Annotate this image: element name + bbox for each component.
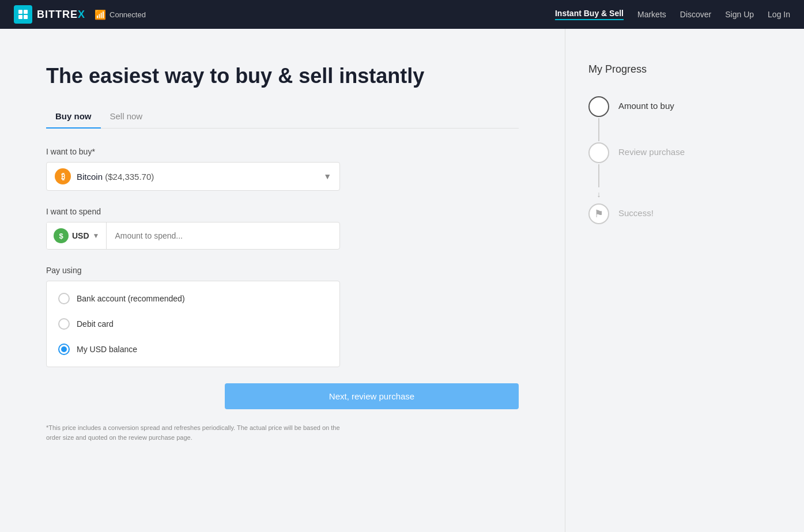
step-3-label: Success! bbox=[618, 203, 654, 218]
radio-debit bbox=[58, 318, 70, 330]
tab-buy-now[interactable]: Buy now bbox=[46, 107, 101, 128]
payment-options-box: Bank account (recommended) Debit card My… bbox=[46, 281, 340, 367]
spend-section: I want to spend $ USD ▼ bbox=[46, 207, 519, 250]
currency-selector[interactable]: $ USD ▼ bbox=[47, 222, 107, 249]
progress-step-success: ⚑ Success! bbox=[588, 203, 715, 224]
payment-option-usd[interactable]: My USD balance bbox=[47, 337, 339, 362]
step-1-circle bbox=[588, 96, 609, 117]
radio-usd-inner bbox=[61, 346, 67, 352]
step-2-indicator: ↓ bbox=[588, 142, 609, 199]
amount-input[interactable] bbox=[107, 225, 339, 246]
nav-markets[interactable]: Markets bbox=[637, 10, 666, 19]
flag-icon: ⚑ bbox=[594, 207, 603, 220]
payment-usd-label: My USD balance bbox=[77, 345, 137, 354]
step-2-line bbox=[598, 164, 599, 187]
nav-instant-buy[interactable]: Instant Buy & Sell bbox=[555, 9, 624, 20]
spend-label: I want to spend bbox=[46, 207, 519, 216]
spend-row: $ USD ▼ bbox=[46, 222, 340, 250]
svg-rect-0 bbox=[18, 10, 22, 14]
nav-signup[interactable]: Sign Up bbox=[725, 10, 754, 19]
step-1-label: Amount to buy bbox=[618, 96, 674, 111]
wifi-icon: 📶 bbox=[95, 9, 106, 20]
radio-usd bbox=[58, 344, 70, 355]
svg-rect-3 bbox=[24, 15, 28, 19]
logo: BITTREX bbox=[14, 5, 85, 24]
svg-rect-1 bbox=[24, 10, 28, 14]
crypto-select[interactable]: ₿ Bitcoin ($24,335.70) ▼ Bitcoin ($24,33… bbox=[46, 162, 340, 191]
step-3-indicator: ⚑ bbox=[588, 203, 609, 224]
navbar-right: Instant Buy & Sell Markets Discover Sign… bbox=[555, 9, 790, 20]
arrow-down-icon: ↓ bbox=[597, 190, 601, 199]
payment-bank-label: Bank account (recommended) bbox=[77, 294, 185, 303]
logo-text: BITTREX bbox=[37, 9, 85, 21]
next-button[interactable]: Next, review purchase bbox=[225, 383, 519, 409]
step-2-label: Review purchase bbox=[618, 142, 685, 157]
currency-chevron-icon: ▼ bbox=[93, 232, 100, 240]
disclaimer-text: *This price includes a conversion spread… bbox=[46, 423, 340, 442]
tab-group: Buy now Sell now bbox=[46, 107, 519, 129]
progress-step-review: ↓ Review purchase bbox=[588, 142, 715, 199]
connection-label: Connected bbox=[110, 10, 146, 19]
page-title: The easiest way to buy & sell instantly bbox=[46, 63, 519, 88]
pay-section: Pay using Bank account (recommended) Deb… bbox=[46, 266, 519, 367]
navbar-left: BITTREX 📶 Connected bbox=[14, 5, 555, 24]
currency-label: USD bbox=[72, 231, 89, 240]
nav-discover[interactable]: Discover bbox=[680, 10, 711, 19]
progress-step-amount: Amount to buy bbox=[588, 96, 715, 142]
svg-rect-2 bbox=[18, 15, 22, 19]
radio-bank bbox=[58, 293, 70, 304]
tab-sell-now[interactable]: Sell now bbox=[101, 107, 152, 128]
usd-icon: $ bbox=[54, 228, 69, 243]
progress-sidebar: My Progress Amount to buy ↓ Review purch… bbox=[565, 29, 738, 532]
connection-status: 📶 Connected bbox=[95, 9, 146, 20]
step-3-flag-circle: ⚑ bbox=[588, 203, 609, 224]
main-layout: The easiest way to buy & sell instantly … bbox=[0, 29, 804, 532]
payment-option-bank[interactable]: Bank account (recommended) bbox=[47, 286, 339, 311]
logo-icon bbox=[14, 5, 32, 24]
progress-steps: Amount to buy ↓ Review purchase ⚑ Succ bbox=[588, 96, 715, 224]
buy-section: I want to buy* ₿ Bitcoin ($24,335.70) ▼ … bbox=[46, 147, 519, 191]
navbar: BITTREX 📶 Connected Instant Buy & Sell M… bbox=[0, 0, 804, 29]
payment-option-debit[interactable]: Debit card bbox=[47, 311, 339, 337]
step-1-line bbox=[598, 118, 599, 141]
nav-login[interactable]: Log In bbox=[768, 10, 790, 19]
progress-title: My Progress bbox=[588, 63, 715, 76]
pay-label: Pay using bbox=[46, 266, 519, 275]
step-2-circle bbox=[588, 142, 609, 163]
content-area: The easiest way to buy & sell instantly … bbox=[0, 29, 565, 532]
step-1-indicator bbox=[588, 96, 609, 142]
buy-label: I want to buy* bbox=[46, 147, 519, 156]
payment-debit-label: Debit card bbox=[77, 319, 114, 329]
